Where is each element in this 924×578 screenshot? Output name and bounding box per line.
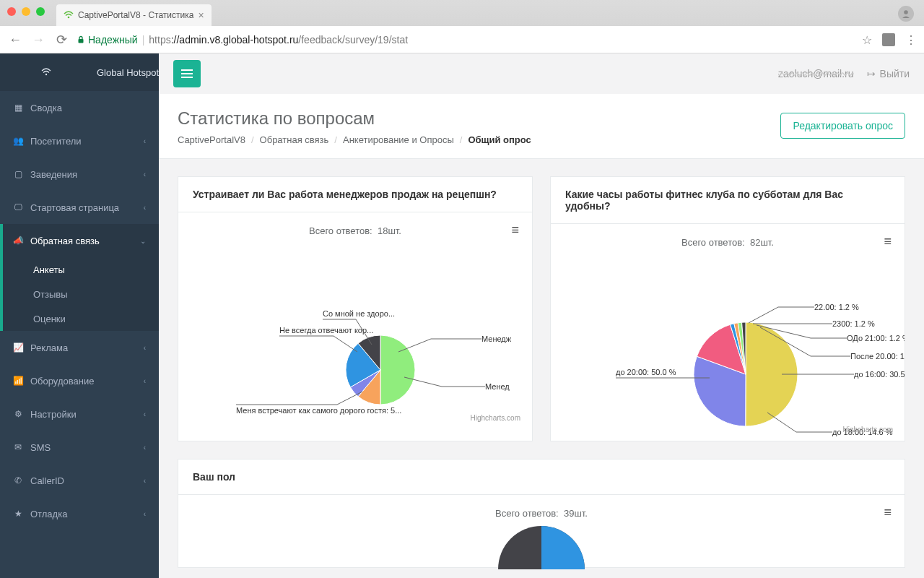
logout-link[interactable]: ↦ Выйти bbox=[867, 68, 910, 79]
close-window-icon[interactable] bbox=[7, 7, 16, 16]
sidebar-item-2[interactable]: ▢Заведения‹ bbox=[0, 158, 159, 191]
svg-text:Со мной не здоро...: Со мной не здоро... bbox=[323, 309, 395, 318]
svg-text:22.00: 1.2 %: 22.00: 1.2 % bbox=[814, 303, 859, 311]
svg-text:до 20:00: 50.0 %: до 20:00: 50.0 % bbox=[616, 368, 676, 376]
chevron-left-icon: ‹ bbox=[144, 171, 146, 178]
nav-icon: 📣 bbox=[13, 236, 23, 246]
chevron-left-icon: ‹ bbox=[144, 510, 146, 518]
extension-icon[interactable] bbox=[882, 33, 895, 46]
svg-text:до 16:00: 30.5 %: до 16:00: 30.5 % bbox=[854, 370, 905, 379]
pie-chart: Меня встречают как самого дорого гостя: … bbox=[193, 243, 518, 424]
panels-grid: Устраивает ли Вас работа менеджеров прод… bbox=[159, 159, 924, 578]
main-content: zaoluch@mail.ru ↦ Выйти Статистика по во… bbox=[159, 53, 924, 578]
panel-title: Ваш пол bbox=[178, 460, 905, 495]
secure-badge: Надежный bbox=[77, 34, 138, 46]
breadcrumb-link[interactable]: Анкетирование и Опросы bbox=[343, 134, 454, 145]
nav-icon: ✉ bbox=[13, 442, 23, 452]
nav-icon: 📶 bbox=[13, 376, 23, 386]
sidebar-item-label: Заведения bbox=[30, 169, 77, 180]
sidebar-item-label: Настройки bbox=[30, 409, 77, 420]
sidebar-item-3[interactable]: 🖵Стартовая страница‹ bbox=[0, 191, 159, 224]
nav-icon: ✆ bbox=[13, 475, 23, 486]
page-title: Статистика по вопросам bbox=[178, 108, 531, 129]
breadcrumb-current: Общий опрос bbox=[468, 134, 531, 145]
svg-point-0 bbox=[68, 17, 70, 19]
survey-panel-2: Ваш пол Всего ответов: 39шт. ≡ bbox=[178, 459, 905, 568]
svg-text:Меня встречают как самого доро: Меня встречают как самого дорого гостя: … bbox=[236, 406, 401, 415]
tab-strip: CaptivePortalV8 - Статистика × bbox=[0, 0, 924, 26]
lock-icon bbox=[77, 35, 85, 44]
sidebar: Global Hotspot ▦Сводка👥Посетители‹▢Завед… bbox=[0, 53, 159, 578]
svg-text:Не всегда отвечают кор...: Не всегда отвечают кор... bbox=[279, 326, 373, 335]
nav-icon: ⚙ bbox=[13, 409, 23, 419]
sidebar-item-label: CallerID bbox=[30, 475, 64, 486]
sidebar-item-label: Реклама bbox=[30, 342, 68, 353]
user-email: zaoluch@mail.ru bbox=[778, 68, 853, 79]
browser-tab[interactable]: CaptivePortalV8 - Статистика × bbox=[56, 4, 212, 26]
sidebar-item-label: Обратная связь bbox=[30, 236, 100, 246]
svg-text:После 20.00: 1.2 %: После 20.00: 1.2 % bbox=[850, 352, 905, 361]
panel-title: Какие часы работы фитнес клуба по суббот… bbox=[551, 177, 905, 224]
nav-icon: ▦ bbox=[13, 103, 23, 113]
brand-logo[interactable]: Global Hotspot bbox=[0, 53, 159, 91]
profile-avatar-icon[interactable] bbox=[898, 6, 914, 22]
chart-credit: Highcharts.com bbox=[843, 426, 893, 434]
svg-text:2300: 1.2 %: 2300: 1.2 % bbox=[832, 319, 875, 328]
sidebar-item-label: Оборудование bbox=[30, 376, 94, 387]
svg-point-1 bbox=[904, 10, 908, 14]
chart-menu-icon[interactable]: ≡ bbox=[884, 234, 892, 249]
fullscreen-window-icon[interactable] bbox=[36, 7, 45, 16]
hamburger-icon bbox=[181, 69, 193, 78]
submenu-item-1[interactable]: Отзывы bbox=[0, 282, 159, 306]
chevron-left-icon: ‹ bbox=[144, 377, 146, 385]
submenu-item-0[interactable]: Анкеты bbox=[0, 257, 159, 282]
submenu-item-2[interactable]: Оценки bbox=[0, 306, 159, 331]
toggle-sidebar-button[interactable] bbox=[173, 60, 201, 87]
back-button[interactable]: ← bbox=[7, 33, 23, 48]
wifi-icon bbox=[41, 67, 51, 77]
close-tab-icon[interactable]: × bbox=[198, 9, 204, 21]
nav-icon: ★ bbox=[13, 509, 23, 519]
answers-count: Всего ответов: 39шт. bbox=[193, 508, 890, 519]
tab-title: CaptivePortalV8 - Статистика bbox=[78, 10, 193, 20]
answers-count: Всего ответов: 18шт. bbox=[193, 225, 518, 236]
forward-button[interactable]: → bbox=[30, 33, 46, 48]
reload-button[interactable]: ⟳ bbox=[53, 32, 69, 48]
window-controls[interactable] bbox=[7, 7, 45, 16]
sidebar-item-label: Стартовая страница bbox=[30, 202, 119, 213]
survey-panel-1: Какие часы работы фитнес клуба по суббот… bbox=[550, 176, 905, 441]
sidebar-item-0[interactable]: ▦Сводка bbox=[0, 91, 159, 124]
sidebar-item-4[interactable]: 📣Обратная связь⌄ bbox=[0, 224, 159, 257]
chevron-left-icon: ‹ bbox=[144, 410, 146, 418]
pie-chart bbox=[193, 526, 890, 569]
sidebar-item-5[interactable]: 📈Реклама‹ bbox=[0, 331, 159, 364]
chevron-left-icon: ‹ bbox=[144, 477, 146, 485]
breadcrumb-link[interactable]: Обратная связь bbox=[260, 134, 329, 145]
page-header: Статистика по вопросам CaptivePortalV8/О… bbox=[159, 94, 924, 159]
sidebar-item-10[interactable]: ★Отладка‹ bbox=[0, 497, 159, 530]
topbar: zaoluch@mail.ru ↦ Выйти bbox=[159, 53, 924, 94]
chart-menu-icon[interactable]: ≡ bbox=[511, 223, 519, 238]
sidebar-item-8[interactable]: ✉SMS‹ bbox=[0, 431, 159, 464]
address-bar: ← → ⟳ Надежный | https://admin.v8.global… bbox=[0, 26, 924, 53]
url-field[interactable]: Надежный | https://admin.v8.global-hotsp… bbox=[77, 34, 855, 46]
star-icon[interactable]: ☆ bbox=[862, 33, 872, 47]
sidebar-item-label: Посетители bbox=[30, 136, 82, 147]
svg-text:Менед: Менед bbox=[485, 382, 510, 391]
chevron-left-icon: ‹ bbox=[144, 137, 146, 145]
minimize-window-icon[interactable] bbox=[22, 7, 30, 16]
menu-icon[interactable]: ⋮ bbox=[905, 33, 917, 47]
panel-title: Устраивает ли Вас работа менеджеров прод… bbox=[178, 177, 532, 212]
chevron-left-icon: ‹ bbox=[144, 204, 146, 212]
sidebar-item-9[interactable]: ✆CallerID‹ bbox=[0, 464, 159, 497]
chart-menu-icon[interactable]: ≡ bbox=[884, 505, 892, 520]
sidebar-item-6[interactable]: 📶Оборудование‹ bbox=[0, 364, 159, 397]
browser-chrome: CaptivePortalV8 - Статистика × ← → ⟳ Над… bbox=[0, 0, 924, 53]
sidebar-item-label: SMS bbox=[30, 442, 51, 453]
svg-text:Менедж: Менедж bbox=[481, 335, 512, 343]
edit-survey-button[interactable]: Редактировать опрос bbox=[780, 113, 905, 139]
sidebar-item-1[interactable]: 👥Посетители‹ bbox=[0, 124, 159, 158]
nav-icon: ▢ bbox=[13, 169, 23, 179]
sidebar-item-7[interactable]: ⚙Настройки‹ bbox=[0, 397, 159, 431]
breadcrumb-link[interactable]: CaptivePortalV8 bbox=[178, 134, 245, 145]
